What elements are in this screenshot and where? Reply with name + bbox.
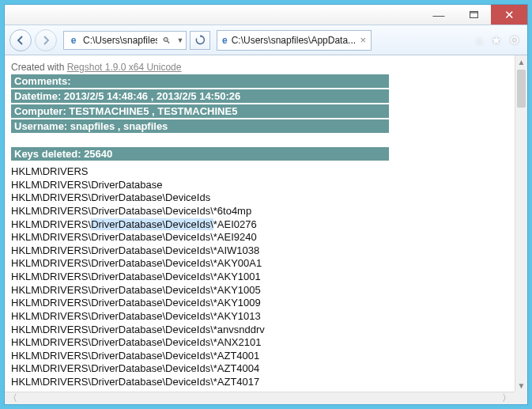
minimize-button[interactable]: — [421, 5, 456, 25]
ie-tab-icon: e [222, 35, 228, 46]
settings-gear-icon[interactable]: ⚙︎ [509, 33, 519, 47]
username-bar: Username: snapfiles , snapfiles [11, 119, 389, 133]
registry-key-row: HKLM\DRIVERS\DriverDatabase\DeviceIds\*A… [11, 350, 508, 363]
toolbar-right: ⌂ ★ ⚙︎ [476, 33, 523, 47]
registry-key-row: HKLM\DRIVERS\DriverDatabase\DeviceIds\*A… [11, 284, 508, 297]
vertical-scroll-thumb[interactable] [517, 70, 526, 108]
maximize-button[interactable] [456, 5, 491, 25]
registry-key-row: HKLM\DRIVERS\DriverDatabase\DeviceIds\*6… [11, 205, 508, 218]
tab-title: C:\Users\snapfiles\AppData... [232, 35, 356, 46]
address-dropdown-icon[interactable]: ▼ [175, 36, 186, 44]
registry-key-row: HKLM\DRIVERS\DriverDatabase\DeviceIds\*A… [11, 362, 508, 376]
home-icon[interactable]: ⌂ [476, 33, 483, 47]
registry-key-row: HKLM\DRIVERS\DriverDatabase\DeviceIds\*a… [11, 324, 508, 337]
report-page: Created with Regshot 1.9.0 x64 Unicode C… [5, 55, 515, 392]
vertical-scrollbar[interactable]: ▲ ▼ [515, 55, 527, 392]
refresh-icon [195, 35, 206, 45]
close-button[interactable]: ✕ [491, 5, 527, 25]
registry-key-row: HKLM\DRIVERS\DriverDatabase [11, 179, 508, 192]
search-icon[interactable]: 🔍︎ [157, 36, 175, 45]
registry-key-row: HKLM\DRIVERS\DriverDatabase\DeviceIds\*A… [11, 336, 508, 350]
scroll-left-icon[interactable]: 〈 [8, 392, 17, 404]
computer-bar: Computer: TESTMACHINE5 , TESTMACHINE5 [11, 104, 389, 118]
forward-button[interactable] [35, 29, 57, 51]
created-prefix: Created with [11, 62, 67, 73]
ie-page-icon: e [67, 34, 80, 47]
registry-key-row: HKLM\DRIVERS\DriverDatabase\DeviceIds [11, 191, 508, 205]
scrollbar-corner [515, 392, 527, 404]
browser-window: — ✕ e C:\Users\snapfiles\App 🔍︎ ▼ e C:\U… [4, 4, 528, 405]
maximize-icon [470, 11, 478, 18]
keys-deleted-bar: Keys deleted: 25640 [11, 147, 389, 161]
browser-tab[interactable]: e C:\Users\snapfiles\AppData... × [217, 30, 372, 51]
favorites-icon[interactable]: ★ [491, 33, 501, 47]
comments-bar: Comments: [11, 74, 389, 88]
horizontal-scrollbar[interactable]: 〈 〉 [5, 392, 515, 404]
datetime-bar: Datetime: 2013/2/5 14:48:46 , 2013/2/5 1… [11, 89, 389, 103]
registry-keys-list: HKLM\DRIVERSHKLM\DRIVERS\DriverDatabaseH… [11, 165, 508, 392]
refresh-button[interactable] [190, 31, 210, 50]
registry-key-row: HKLM\DRIVERS\DriverDatabase\DeviceIds\*A… [11, 271, 508, 284]
back-arrow-icon [16, 36, 25, 45]
registry-key-row: HKLM\DRIVERS\DriverDatabase\DeviceIds\*A… [11, 257, 508, 271]
scroll-down-icon[interactable]: ▼ [515, 379, 527, 392]
tab-close-icon[interactable]: × [360, 34, 366, 46]
address-bar[interactable]: e C:\Users\snapfiles\App 🔍︎ ▼ [63, 31, 187, 50]
registry-key-row: HKLM\DRIVERS\DriverDatabase\DeviceIds\*A… [11, 297, 508, 310]
scroll-right-icon[interactable]: 〉 [502, 392, 511, 404]
registry-key-row: HKLM\DRIVERS\DriverDatabase\DeviceIds\*A… [11, 244, 508, 258]
address-text: C:\Users\snapfiles\App [83, 35, 157, 46]
registry-key-row: HKLM\DRIVERS\DriverDatabase\DeviceIds\*A… [11, 310, 508, 324]
navigation-bar: e C:\Users\snapfiles\App 🔍︎ ▼ e C:\Users… [5, 25, 527, 55]
registry-key-row: HKLM\DRIVERS\DriverDatabase\DeviceIds\*A… [11, 218, 508, 232]
registry-key-row: HKLM\DRIVERS\DriverDatabase\DeviceIds\*A… [11, 231, 508, 244]
created-with-line: Created with Regshot 1.9.0 x64 Unicode [11, 62, 508, 73]
registry-key-row: HKLM\DRIVERS [11, 165, 508, 179]
content-area: Created with Regshot 1.9.0 x64 Unicode C… [5, 55, 527, 404]
scroll-up-icon[interactable]: ▲ [515, 55, 527, 68]
regshot-link[interactable]: Regshot 1.9.0 x64 Unicode [67, 62, 182, 73]
forward-arrow-icon [41, 36, 51, 45]
window-titlebar: — ✕ [5, 5, 527, 25]
back-button[interactable] [9, 29, 32, 51]
registry-key-row: HKLM\DRIVERS\DriverDatabase\DeviceIds\*A… [11, 376, 508, 389]
